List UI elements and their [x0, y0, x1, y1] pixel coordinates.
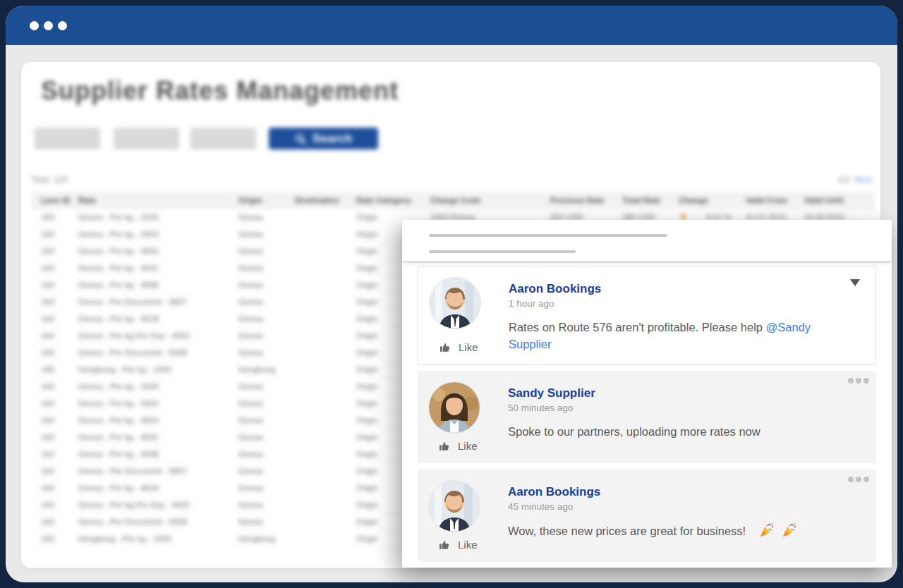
column-header: Lane ID: [31, 196, 78, 204]
cell-lane-id: 163: [31, 230, 78, 238]
desktop-background: Supplier Rates Management Search Total: …: [0, 0, 903, 588]
cell-lane-id: 163: [31, 467, 78, 475]
window-control-dot[interactable]: [58, 21, 67, 30]
column-header: Valid From: [746, 196, 804, 204]
like-button[interactable]: Like: [439, 539, 478, 551]
comments-panel-header: [402, 220, 892, 262]
like-label: Like: [459, 341, 478, 353]
comment-author: Aaron Bookings: [509, 282, 864, 296]
cell-lane-id: 163: [31, 281, 78, 289]
comment-item: Like Aaron Bookings 45 minutes ago Wow, …: [418, 470, 876, 562]
cell-origin: Genoa: [238, 382, 295, 391]
column-header: Previous Rate: [550, 196, 622, 204]
cell-rate: Genoa - Per kg - 2603: [78, 230, 238, 238]
comment-author: Aaron Bookings: [508, 485, 865, 499]
cell-lane-id: 160: [31, 365, 78, 374]
cell-origin: Genoa: [238, 281, 295, 289]
cell-lane-id: 163: [31, 416, 78, 424]
cell-lane-id: 163: [31, 484, 78, 492]
comment-text: Rates on Route 576 aren't profitable. Pl…: [509, 319, 864, 353]
triangle-down-icon[interactable]: [850, 279, 860, 286]
comment-text: Spoke to our partners, uploading more ra…: [508, 424, 865, 441]
like-label: Like: [458, 440, 478, 452]
cell-rate: Genoa - Per kg,Per Day - 4001: [78, 331, 238, 340]
cell-origin: Genoa: [238, 450, 295, 458]
search-button-label: Search: [313, 132, 353, 146]
cell-rate: Hongkong - Per kg - 1500: [78, 534, 238, 543]
column-header: Total Rate: [622, 196, 679, 204]
cell-origin: Genoa: [238, 314, 295, 323]
cell-origin: Genoa: [238, 416, 295, 424]
comment-author: Sandy Supplier: [508, 386, 865, 400]
cell-lane-id: 163: [31, 433, 78, 441]
total-count-label: Total: 120: [31, 175, 68, 185]
like-button[interactable]: Like: [440, 341, 478, 353]
filter-input[interactable]: [190, 128, 256, 149]
comments-list: Like Aaron Bookings 1 hour ago Rates on …: [402, 262, 892, 562]
cell-rate: Genoa - Per kg - 2603: [78, 399, 238, 408]
page-indicator: 1/2: [838, 175, 850, 185]
cell-rate: Genoa - Per kg - 4098: [78, 450, 238, 458]
cell-origin: Genoa: [238, 484, 295, 492]
window-control-dot[interactable]: [30, 21, 39, 30]
column-header: Change: [679, 196, 746, 204]
filter-input[interactable]: [35, 128, 100, 149]
browser-window: Supplier Rates Management Search Total: …: [6, 6, 897, 582]
cell-rate: Genoa - Per Document - 5807: [78, 467, 238, 475]
thumbs-up-icon: [439, 441, 449, 451]
cell-rate: Genoa - Per kg,Per Day - 4001: [78, 501, 238, 509]
next-page-link[interactable]: Next: [854, 175, 872, 185]
table-header-row: Lane ID Rate Origin Destination Rate Cat…: [31, 192, 875, 209]
cell-lane-id: 163: [31, 348, 78, 357]
cell-lane-id: 163: [31, 314, 78, 323]
search-icon: [295, 133, 306, 145]
cell-rate: Genoa - Per Document - 5008: [78, 517, 238, 526]
column-header: Rate Category: [356, 196, 430, 204]
avatar: [429, 481, 480, 532]
placeholder-line: [429, 234, 667, 237]
cell-lane-id: 163: [31, 331, 78, 340]
cell-origin: Genoa: [238, 331, 295, 340]
cell-origin: Genoa: [238, 399, 295, 408]
comment-item: Like Aaron Bookings 1 hour ago Rates on …: [418, 266, 876, 365]
cell-rate: Genoa - Per kg - 4041: [78, 264, 238, 272]
party-popper-icon: [781, 522, 796, 538]
cell-rate: Genoa - Per kg - 4018: [78, 314, 238, 323]
filter-bar: [35, 128, 267, 149]
cell-lane-id: 163: [31, 213, 78, 221]
cell-rate: Genoa - Per kg - 4041: [78, 433, 238, 441]
ellipsis-menu-icon[interactable]: [848, 477, 869, 482]
cell-rate: Hongkong - Per kg - 1500: [78, 365, 238, 374]
cell-lane-id: 163: [31, 399, 78, 408]
pagination: 1/2 Next: [838, 175, 872, 185]
ellipsis-menu-icon[interactable]: [848, 378, 869, 384]
filter-input[interactable]: [114, 128, 179, 149]
cell-lane-id: 163: [31, 517, 78, 526]
column-header: Origin: [238, 196, 295, 204]
thumbs-up-icon: [440, 342, 450, 353]
window-titlebar: [6, 6, 897, 45]
avatar: [429, 382, 480, 433]
window-control-dot[interactable]: [44, 21, 53, 30]
cell-lane-id: 163: [31, 247, 78, 255]
cell-origin: Genoa: [238, 348, 295, 357]
column-header: Rate: [78, 196, 238, 204]
placeholder-line: [429, 250, 576, 253]
thumbs-up-icon: [439, 539, 449, 550]
search-button[interactable]: Search: [269, 128, 378, 149]
cell-origin: Genoa: [238, 467, 295, 475]
comment-item: Like Sandy Supplier 50 minutes ago Spoke…: [418, 371, 876, 463]
cell-origin: Genoa: [238, 230, 295, 238]
like-button[interactable]: Like: [439, 440, 478, 452]
cell-origin: Hongkong: [238, 365, 295, 374]
cell-lane-id: 163: [31, 298, 78, 306]
cell-rate: Genoa - Per kg - 4018: [78, 484, 238, 492]
cell-origin: Hongkong: [238, 534, 295, 543]
cell-rate: Genoa - Per kg - 1500: [78, 382, 238, 391]
avatar: [430, 278, 480, 329]
comment-timestamp: 45 minutes ago: [508, 501, 865, 512]
column-header: Charge Code: [430, 196, 550, 204]
cell-rate: Genoa - Per kg - 4003: [78, 247, 238, 255]
cell-lane-id: 163: [31, 501, 78, 509]
page-title: Supplier Rates Management: [41, 76, 399, 106]
